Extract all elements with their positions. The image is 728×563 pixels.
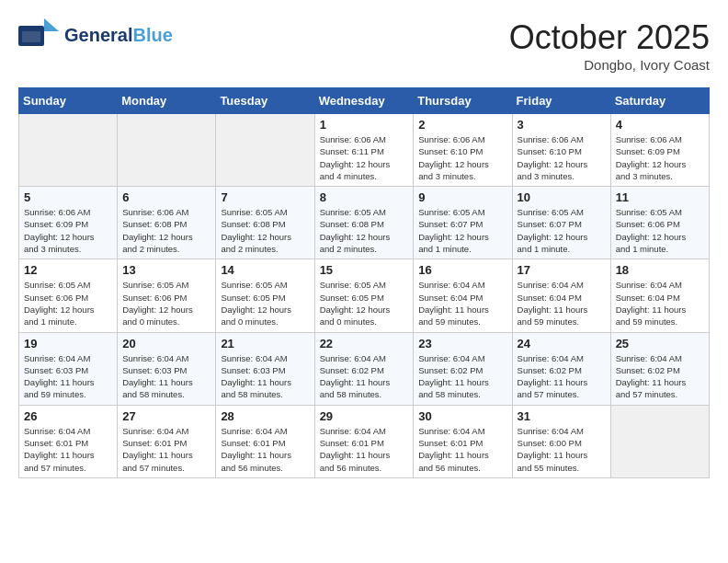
day-number: 10 bbox=[518, 190, 606, 204]
day-info: Sunrise: 6:06 AM Sunset: 6:08 PM Dayligh… bbox=[122, 206, 210, 255]
calendar-cell: 6Sunrise: 6:06 AM Sunset: 6:08 PM Daylig… bbox=[118, 187, 216, 259]
calendar-cell bbox=[19, 114, 118, 187]
day-number: 30 bbox=[418, 409, 506, 423]
calendar-cell: 8Sunrise: 6:05 AM Sunset: 6:08 PM Daylig… bbox=[314, 187, 414, 259]
day-info: Sunrise: 6:05 AM Sunset: 6:05 PM Dayligh… bbox=[320, 279, 409, 327]
calendar-cell: 19Sunrise: 6:04 AM Sunset: 6:03 PM Dayli… bbox=[19, 332, 118, 405]
calendar-cell: 26Sunrise: 6:04 AM Sunset: 6:01 PM Dayli… bbox=[19, 405, 118, 477]
location: Dongbo, Ivory Coast bbox=[509, 57, 710, 73]
logo-icon bbox=[18, 18, 59, 52]
day-number: 20 bbox=[122, 337, 210, 350]
day-info: Sunrise: 6:06 AM Sunset: 6:10 PM Dayligh… bbox=[418, 133, 506, 182]
day-info: Sunrise: 6:04 AM Sunset: 6:02 PM Dayligh… bbox=[616, 352, 704, 401]
calendar-cell: 14Sunrise: 6:05 AM Sunset: 6:05 PM Dayli… bbox=[216, 259, 314, 332]
day-info: Sunrise: 6:05 AM Sunset: 6:08 PM Dayligh… bbox=[221, 206, 309, 255]
calendar-cell: 22Sunrise: 6:04 AM Sunset: 6:02 PM Dayli… bbox=[314, 332, 414, 405]
logo-text: GeneralBlue bbox=[64, 25, 173, 45]
week-row-5: 26Sunrise: 6:04 AM Sunset: 6:01 PM Dayli… bbox=[19, 405, 710, 477]
calendar-cell: 21Sunrise: 6:04 AM Sunset: 6:03 PM Dayli… bbox=[216, 332, 314, 405]
day-number: 11 bbox=[616, 190, 704, 204]
calendar-cell: 7Sunrise: 6:05 AM Sunset: 6:08 PM Daylig… bbox=[216, 187, 314, 259]
day-number: 23 bbox=[418, 337, 506, 350]
calendar-cell: 25Sunrise: 6:04 AM Sunset: 6:02 PM Dayli… bbox=[610, 332, 709, 405]
day-number: 25 bbox=[616, 337, 704, 350]
day-number: 22 bbox=[320, 337, 409, 350]
day-number: 1 bbox=[320, 118, 409, 132]
calendar-cell: 20Sunrise: 6:04 AM Sunset: 6:03 PM Dayli… bbox=[118, 332, 216, 405]
day-info: Sunrise: 6:04 AM Sunset: 6:01 PM Dayligh… bbox=[24, 425, 112, 474]
calendar-cell: 4Sunrise: 6:06 AM Sunset: 6:09 PM Daylig… bbox=[610, 114, 709, 187]
day-number: 8 bbox=[320, 190, 409, 204]
svg-rect-2 bbox=[22, 31, 40, 42]
day-header-row: SundayMondayTuesdayWednesdayThursdayFrid… bbox=[19, 88, 710, 114]
calendar-cell bbox=[216, 114, 314, 187]
header: GeneralBlue October 2025 Dongbo, Ivory C… bbox=[18, 18, 710, 73]
day-number: 27 bbox=[122, 409, 210, 423]
day-number: 12 bbox=[24, 263, 112, 277]
day-header-monday: Monday bbox=[118, 88, 216, 114]
day-number: 16 bbox=[418, 263, 506, 277]
day-info: Sunrise: 6:06 AM Sunset: 6:11 PM Dayligh… bbox=[320, 133, 409, 182]
calendar-cell: 29Sunrise: 6:04 AM Sunset: 6:01 PM Dayli… bbox=[314, 405, 414, 477]
week-row-3: 12Sunrise: 6:05 AM Sunset: 6:06 PM Dayli… bbox=[19, 259, 710, 332]
day-info: Sunrise: 6:04 AM Sunset: 6:04 PM Dayligh… bbox=[418, 279, 506, 327]
day-info: Sunrise: 6:04 AM Sunset: 6:04 PM Dayligh… bbox=[518, 279, 606, 327]
day-header-wednesday: Wednesday bbox=[314, 88, 414, 114]
day-info: Sunrise: 6:04 AM Sunset: 6:02 PM Dayligh… bbox=[418, 352, 506, 401]
calendar-cell: 17Sunrise: 6:04 AM Sunset: 6:04 PM Dayli… bbox=[512, 259, 610, 332]
title-area: October 2025 Dongbo, Ivory Coast bbox=[509, 18, 710, 73]
calendar-cell bbox=[610, 405, 709, 477]
day-number: 19 bbox=[24, 337, 112, 350]
month-title: October 2025 bbox=[509, 18, 710, 57]
calendar-cell bbox=[118, 114, 216, 187]
day-number: 7 bbox=[221, 190, 309, 204]
calendar-cell: 23Sunrise: 6:04 AM Sunset: 6:02 PM Dayli… bbox=[414, 332, 512, 405]
day-info: Sunrise: 6:05 AM Sunset: 6:06 PM Dayligh… bbox=[122, 279, 210, 327]
day-header-thursday: Thursday bbox=[414, 88, 512, 114]
day-info: Sunrise: 6:04 AM Sunset: 6:03 PM Dayligh… bbox=[221, 352, 309, 401]
day-number: 6 bbox=[122, 190, 210, 204]
day-number: 14 bbox=[221, 263, 309, 277]
calendar-cell: 3Sunrise: 6:06 AM Sunset: 6:10 PM Daylig… bbox=[512, 114, 610, 187]
day-number: 17 bbox=[518, 263, 606, 277]
calendar-cell: 31Sunrise: 6:04 AM Sunset: 6:00 PM Dayli… bbox=[512, 405, 610, 477]
day-info: Sunrise: 6:04 AM Sunset: 6:01 PM Dayligh… bbox=[221, 425, 309, 474]
day-info: Sunrise: 6:04 AM Sunset: 6:03 PM Dayligh… bbox=[24, 352, 112, 401]
svg-marker-1 bbox=[44, 18, 59, 31]
day-info: Sunrise: 6:04 AM Sunset: 6:00 PM Dayligh… bbox=[518, 425, 606, 474]
calendar-table: SundayMondayTuesdayWednesdayThursdayFrid… bbox=[18, 87, 710, 478]
calendar-cell: 5Sunrise: 6:06 AM Sunset: 6:09 PM Daylig… bbox=[19, 187, 118, 259]
day-info: Sunrise: 6:05 AM Sunset: 6:07 PM Dayligh… bbox=[518, 206, 606, 255]
day-info: Sunrise: 6:05 AM Sunset: 6:06 PM Dayligh… bbox=[24, 279, 112, 327]
day-number: 3 bbox=[518, 118, 606, 132]
day-info: Sunrise: 6:04 AM Sunset: 6:04 PM Dayligh… bbox=[616, 279, 704, 327]
day-number: 2 bbox=[418, 118, 506, 132]
brand-blue: Blue bbox=[132, 25, 172, 45]
calendar-cell: 30Sunrise: 6:04 AM Sunset: 6:01 PM Dayli… bbox=[414, 405, 512, 477]
day-info: Sunrise: 6:05 AM Sunset: 6:06 PM Dayligh… bbox=[616, 206, 704, 255]
day-number: 18 bbox=[616, 263, 704, 277]
day-info: Sunrise: 6:06 AM Sunset: 6:09 PM Dayligh… bbox=[616, 133, 704, 182]
day-header-friday: Friday bbox=[512, 88, 610, 114]
day-number: 15 bbox=[320, 263, 409, 277]
day-number: 31 bbox=[518, 409, 606, 423]
day-number: 24 bbox=[518, 337, 606, 350]
calendar-cell: 24Sunrise: 6:04 AM Sunset: 6:02 PM Dayli… bbox=[512, 332, 610, 405]
calendar-cell: 2Sunrise: 6:06 AM Sunset: 6:10 PM Daylig… bbox=[414, 114, 512, 187]
day-header-tuesday: Tuesday bbox=[216, 88, 314, 114]
calendar-cell: 18Sunrise: 6:04 AM Sunset: 6:04 PM Dayli… bbox=[610, 259, 709, 332]
calendar-cell: 11Sunrise: 6:05 AM Sunset: 6:06 PM Dayli… bbox=[610, 187, 709, 259]
calendar-cell: 27Sunrise: 6:04 AM Sunset: 6:01 PM Dayli… bbox=[118, 405, 216, 477]
day-info: Sunrise: 6:06 AM Sunset: 6:09 PM Dayligh… bbox=[24, 206, 112, 255]
calendar-cell: 28Sunrise: 6:04 AM Sunset: 6:01 PM Dayli… bbox=[216, 405, 314, 477]
day-info: Sunrise: 6:05 AM Sunset: 6:05 PM Dayligh… bbox=[221, 279, 309, 327]
day-number: 28 bbox=[221, 409, 309, 423]
day-info: Sunrise: 6:05 AM Sunset: 6:08 PM Dayligh… bbox=[320, 206, 409, 255]
day-info: Sunrise: 6:04 AM Sunset: 6:02 PM Dayligh… bbox=[320, 352, 409, 401]
day-number: 9 bbox=[418, 190, 506, 204]
day-info: Sunrise: 6:06 AM Sunset: 6:10 PM Dayligh… bbox=[518, 133, 606, 182]
day-header-saturday: Saturday bbox=[610, 88, 709, 114]
day-info: Sunrise: 6:04 AM Sunset: 6:01 PM Dayligh… bbox=[418, 425, 506, 474]
calendar-cell: 1Sunrise: 6:06 AM Sunset: 6:11 PM Daylig… bbox=[314, 114, 414, 187]
calendar-cell: 16Sunrise: 6:04 AM Sunset: 6:04 PM Dayli… bbox=[414, 259, 512, 332]
